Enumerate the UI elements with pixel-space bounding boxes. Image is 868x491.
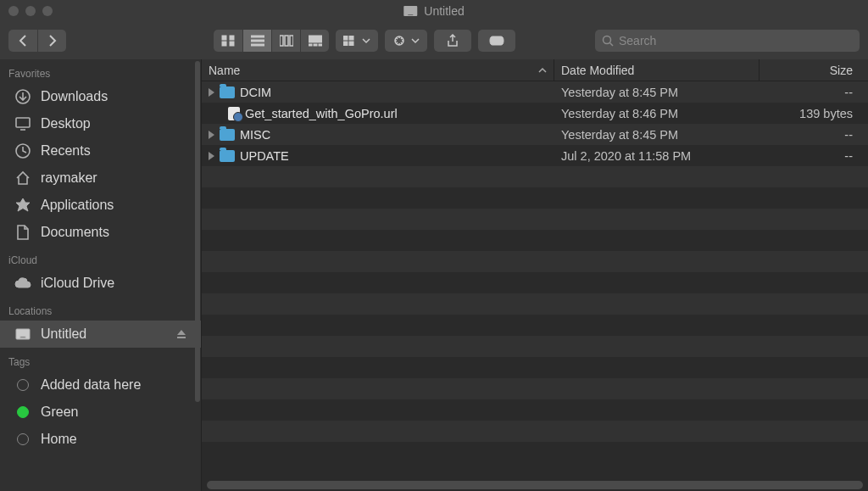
- file-name: MISC: [240, 128, 270, 142]
- svg-rect-2: [222, 42, 226, 46]
- file-date: Yesterday at 8:46 PM: [554, 107, 760, 120]
- list-view-button[interactable]: [242, 30, 271, 52]
- empty-row: [202, 293, 868, 315]
- action-menu-button[interactable]: [385, 30, 427, 52]
- sidebar-section-icloud: iCloud: [0, 246, 201, 270]
- sidebar-item-raymaker[interactable]: raymaker: [0, 165, 201, 192]
- sidebar-item-label: Added data here: [41, 377, 141, 393]
- empty-row: [202, 230, 868, 251]
- sidebar-item-desktop[interactable]: Desktop: [0, 110, 201, 137]
- nav-buttons: [8, 30, 66, 52]
- sidebar-item-label: Documents: [41, 225, 109, 240]
- eject-icon[interactable]: [175, 328, 187, 340]
- sidebar-item-downloads[interactable]: Downloads: [0, 83, 201, 110]
- titlebar: Untitled: [0, 0, 868, 22]
- disk-icon: [14, 327, 32, 341]
- svg-rect-11: [309, 44, 312, 46]
- empty-row: [202, 187, 868, 209]
- empty-row: [202, 315, 868, 336]
- folder-icon: [220, 86, 235, 98]
- svg-rect-13: [319, 44, 322, 46]
- svg-rect-17: [349, 42, 353, 46]
- file-row[interactable]: UPDATE Jul 2, 2020 at 11:58 PM --: [202, 145, 868, 166]
- sidebar-item-untitled[interactable]: Untitled: [0, 321, 201, 348]
- sidebar-item-applications[interactable]: Applications: [0, 192, 201, 219]
- file-date: Jul 2, 2020 at 11:58 PM: [554, 149, 760, 163]
- window-controls: [8, 6, 53, 16]
- column-size[interactable]: Size: [760, 59, 868, 81]
- minimize-window-button[interactable]: [25, 6, 36, 16]
- sidebar-item-label: raymaker: [41, 170, 97, 186]
- svg-rect-9: [290, 36, 293, 46]
- sidebar-item-recents[interactable]: Recents: [0, 137, 201, 165]
- sidebar-item-added-data-here[interactable]: Added data here: [0, 371, 201, 399]
- group-by-button[interactable]: [336, 30, 378, 52]
- file-name: UPDATE: [240, 149, 289, 163]
- sidebar-scrollbar[interactable]: [195, 61, 200, 402]
- svg-rect-1: [230, 36, 234, 40]
- empty-row: [202, 442, 868, 463]
- svg-rect-21: [16, 118, 30, 127]
- sidebar-item-icloud-drive[interactable]: iCloud Drive: [0, 270, 201, 297]
- tag-color-icon: [17, 379, 29, 391]
- horizontal-scrollbar[interactable]: [207, 481, 863, 489]
- empty-row: [202, 357, 868, 378]
- file-size: --: [760, 86, 868, 99]
- sidebar-item-documents[interactable]: Documents: [0, 219, 201, 246]
- empty-row: [202, 272, 868, 293]
- tags-button[interactable]: [478, 30, 515, 52]
- file-list: Name Date Modified Size DCIM Yesterday a…: [202, 59, 868, 491]
- sidebar-item-label: Desktop: [41, 116, 91, 131]
- file-date: Yesterday at 8:45 PM: [554, 128, 760, 142]
- back-button[interactable]: [8, 30, 37, 52]
- file-size: 139 bytes: [760, 107, 868, 120]
- file-row[interactable]: Get_started_with_GoPro.url Yesterday at …: [202, 103, 868, 124]
- empty-row: [202, 336, 868, 357]
- search-input[interactable]: [619, 34, 853, 47]
- sidebar-item-green[interactable]: Green: [0, 399, 201, 426]
- disk-icon: [403, 6, 417, 16]
- svg-rect-3: [230, 42, 234, 46]
- icon-view-button[interactable]: [214, 30, 242, 52]
- empty-row: [202, 378, 868, 399]
- column-view-button[interactable]: [271, 30, 300, 52]
- svg-rect-24: [20, 337, 25, 338]
- disclosure-triangle-icon[interactable]: [209, 131, 214, 139]
- maximize-window-button[interactable]: [42, 6, 53, 16]
- tag-color-icon: [17, 433, 29, 445]
- empty-row: [202, 166, 868, 187]
- column-date-modified[interactable]: Date Modified: [554, 59, 760, 81]
- close-window-button[interactable]: [8, 6, 19, 16]
- forward-button[interactable]: [37, 30, 66, 52]
- file-name: Get_started_with_GoPro.url: [245, 107, 398, 120]
- file-size: --: [760, 128, 868, 142]
- sidebar-item-label: Home: [41, 432, 77, 447]
- applications-icon: [14, 197, 32, 214]
- svg-rect-6: [251, 44, 264, 46]
- column-name[interactable]: Name: [202, 59, 554, 81]
- documents-icon: [14, 224, 32, 241]
- sidebar-item-label: Applications: [41, 198, 114, 213]
- svg-rect-16: [343, 42, 348, 46]
- svg-rect-10: [309, 36, 322, 42]
- file-row[interactable]: MISC Yesterday at 8:45 PM --: [202, 124, 868, 145]
- svg-rect-12: [314, 44, 317, 46]
- sidebar-item-label: iCloud Drive: [41, 276, 114, 291]
- sidebar-section-locations: Locations: [0, 297, 201, 321]
- folder-icon: [220, 129, 235, 141]
- sidebar-item-label: Green: [41, 405, 78, 420]
- sidebar-item-home[interactable]: Home: [0, 426, 201, 453]
- share-button[interactable]: [434, 30, 471, 52]
- empty-row: [202, 399, 868, 421]
- disclosure-triangle-icon[interactable]: [209, 88, 214, 97]
- search-field[interactable]: [595, 30, 860, 52]
- file-row[interactable]: DCIM Yesterday at 8:45 PM --: [202, 81, 868, 103]
- file-name: DCIM: [240, 86, 271, 99]
- sidebar-item-label: Untitled: [41, 326, 86, 342]
- disclosure-triangle-icon[interactable]: [209, 152, 214, 160]
- download-icon: [14, 88, 32, 105]
- tag-color-icon: [17, 406, 29, 418]
- empty-row: [202, 209, 868, 230]
- gallery-view-button[interactable]: [300, 30, 329, 52]
- window-title: Untitled: [424, 4, 464, 18]
